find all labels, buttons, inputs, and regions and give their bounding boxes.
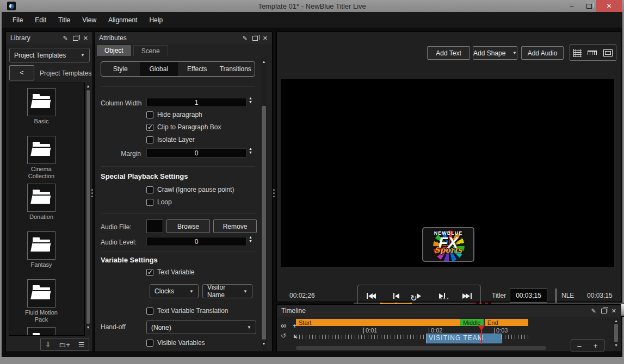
menu-file[interactable]: File xyxy=(8,14,28,26)
text-variable-translation-row[interactable]: Text Variable Translation xyxy=(146,307,228,315)
float-panel-icon[interactable] xyxy=(252,36,258,41)
menu-title[interactable]: Title xyxy=(53,14,75,26)
translation-checkbox[interactable] xyxy=(146,307,153,315)
isolate-layer-checkbox[interactable] xyxy=(146,136,153,143)
scroll-down-icon[interactable]: ▼ xyxy=(613,343,619,347)
timeline-section-start[interactable]: Start xyxy=(296,319,460,326)
grid-overlay-icon[interactable] xyxy=(573,49,582,57)
horizontal-splitter-handle[interactable]: ••• xyxy=(440,295,450,302)
add-text-button[interactable]: Add Text xyxy=(427,46,470,60)
clip-to-paragraph-row[interactable]: Clip to Paragraph Box xyxy=(146,123,221,131)
play-button[interactable] xyxy=(417,293,421,299)
menu-help[interactable]: Help xyxy=(144,14,168,26)
column-width-stepper[interactable]: ▲▼ xyxy=(249,97,252,104)
audio-level-input[interactable]: 0 xyxy=(146,237,246,246)
library-category-select[interactable]: Project Templates ▼ xyxy=(9,48,90,62)
title-bar[interactable]: Template 01* - NewBlue Titler Live – ✕ xyxy=(0,0,624,12)
titler-timecode[interactable]: 00:03;15 xyxy=(510,288,547,303)
margin-stepper[interactable]: ▲▼ xyxy=(249,147,252,154)
zoom-in-button[interactable]: + xyxy=(594,342,598,350)
variable-group-select[interactable]: Clocks ▼ xyxy=(150,284,199,298)
audio-file-box[interactable] xyxy=(146,219,163,233)
scroll-up-icon[interactable]: ▲ xyxy=(613,319,619,323)
timeline-header[interactable]: Timeline ✎ ✕ xyxy=(277,305,621,317)
margin-input[interactable]: 0 xyxy=(146,148,246,158)
pin-icon[interactable]: ✎ xyxy=(243,35,248,41)
attributes-header[interactable]: Attributes ✎ ✕ xyxy=(95,32,272,44)
scrollbar-thumb[interactable] xyxy=(87,90,90,324)
float-panel-icon[interactable] xyxy=(601,309,607,313)
scroll-down-icon[interactable]: ▼ xyxy=(85,325,91,329)
add-audio-button[interactable]: Add Audio xyxy=(521,46,564,60)
library-header[interactable]: Library ✎ ✕ xyxy=(6,32,92,44)
hide-paragraph-checkbox[interactable] xyxy=(146,111,153,118)
menu-edit[interactable]: Edit xyxy=(30,14,51,26)
scroll-up-icon[interactable]: ▲ xyxy=(261,60,267,64)
splitter-library-attributes[interactable] xyxy=(91,189,93,197)
close-panel-icon[interactable]: ✕ xyxy=(611,308,616,314)
subtab-style[interactable]: Style xyxy=(101,62,140,76)
close-button[interactable]: ✕ xyxy=(596,0,622,12)
timeline-clip-visiting-team[interactable]: VISITING TEAM xyxy=(426,334,502,343)
loop-mode-icon[interactable]: ↺ xyxy=(281,332,286,340)
library-item-donation[interactable]: Donation xyxy=(9,184,73,231)
hide-paragraph-row[interactable]: Hide paragraph xyxy=(146,111,202,118)
clip-to-paragraph-checkbox[interactable] xyxy=(146,124,153,131)
timeline-hscrollbar[interactable] xyxy=(296,346,546,350)
timeline-vscrollbar[interactable]: ▲ ▼ xyxy=(613,318,619,352)
crawl-checkbox[interactable] xyxy=(146,186,153,193)
pin-icon[interactable]: ✎ xyxy=(591,308,596,314)
playhead-line[interactable] xyxy=(481,330,482,344)
browse-button[interactable]: Browse xyxy=(166,219,210,233)
library-scrollbar[interactable]: ▲ ▼ xyxy=(85,83,91,336)
scrollbar-thumb[interactable] xyxy=(296,346,546,350)
maximize-button[interactable] xyxy=(581,0,597,12)
scroll-down-icon[interactable]: ▼ xyxy=(261,342,267,346)
subtab-effects[interactable]: Effects xyxy=(178,62,217,76)
remove-button[interactable]: Remove xyxy=(213,219,257,233)
pin-icon[interactable]: ✎ xyxy=(63,35,68,41)
close-panel-icon[interactable]: ✕ xyxy=(263,35,268,41)
safe-area-icon[interactable] xyxy=(603,49,613,57)
visible-variables-checkbox[interactable] xyxy=(146,340,153,347)
library-item-basic[interactable]: Basic xyxy=(9,88,73,136)
visible-variables-row[interactable]: Visible Variables xyxy=(146,339,205,347)
splitter-attributes-preview[interactable] xyxy=(273,189,275,197)
library-item-fluid-motion-pack[interactable]: Fluid Motion Pack xyxy=(9,279,73,327)
scrollbar-thumb[interactable] xyxy=(614,324,618,342)
zoom-out-button[interactable]: – xyxy=(577,342,581,350)
text-variable-checkbox[interactable] xyxy=(146,269,153,276)
new-folder-icon[interactable]: 🗀+ xyxy=(59,341,70,348)
add-shape-button[interactable]: Add Shape ▼ xyxy=(473,46,517,60)
audio-level-stepper[interactable]: ▲▼ xyxy=(249,236,252,243)
isolate-layer-row[interactable]: Isolate Layer xyxy=(146,136,195,143)
skip-to-end-button[interactable] xyxy=(462,293,472,299)
loop-checkbox[interactable] xyxy=(146,199,153,206)
variable-name-select[interactable]: Visitor Name ▼ xyxy=(202,284,252,298)
loop-row[interactable]: Loop xyxy=(146,198,172,206)
tab-scene[interactable]: Scene xyxy=(133,45,168,56)
attributes-scrollbar[interactable]: ▲ ▼ xyxy=(261,58,267,350)
handoff-select[interactable]: (None) ▼ xyxy=(146,321,256,334)
float-panel-icon[interactable] xyxy=(73,36,78,41)
library-item-cinema-collection[interactable]: Cinema Collection xyxy=(9,136,73,184)
back-button[interactable]: < xyxy=(9,65,34,80)
scrollbar-thumb[interactable] xyxy=(262,106,266,340)
library-item-partial[interactable] xyxy=(9,327,73,336)
close-panel-icon[interactable]: ✕ xyxy=(83,35,88,41)
text-variable-row[interactable]: Text Variable xyxy=(146,268,194,276)
previous-frame-button[interactable] xyxy=(393,293,399,299)
ruler-overlay-icon[interactable] xyxy=(588,51,597,55)
scroll-up-icon[interactable]: ▲ xyxy=(85,84,91,88)
list-view-icon[interactable]: ☰ xyxy=(78,341,85,348)
tab-object[interactable]: Object xyxy=(97,45,131,56)
infinite-loop-icon[interactable]: ∞ xyxy=(281,321,286,330)
subtab-transitions[interactable]: Transitions xyxy=(217,62,255,76)
crawl-row[interactable]: Crawl (Ignore pause point) xyxy=(146,186,234,193)
skip-to-start-button[interactable] xyxy=(367,293,376,299)
library-item-fantasy[interactable]: Fantasy xyxy=(9,231,73,279)
column-width-input[interactable]: 1 xyxy=(146,98,246,107)
menu-alignment[interactable]: Alignment xyxy=(103,14,142,26)
fx-sports-logo[interactable]: NEWBLUE FX Sports xyxy=(422,227,474,262)
subtab-global[interactable]: Global xyxy=(140,62,178,76)
